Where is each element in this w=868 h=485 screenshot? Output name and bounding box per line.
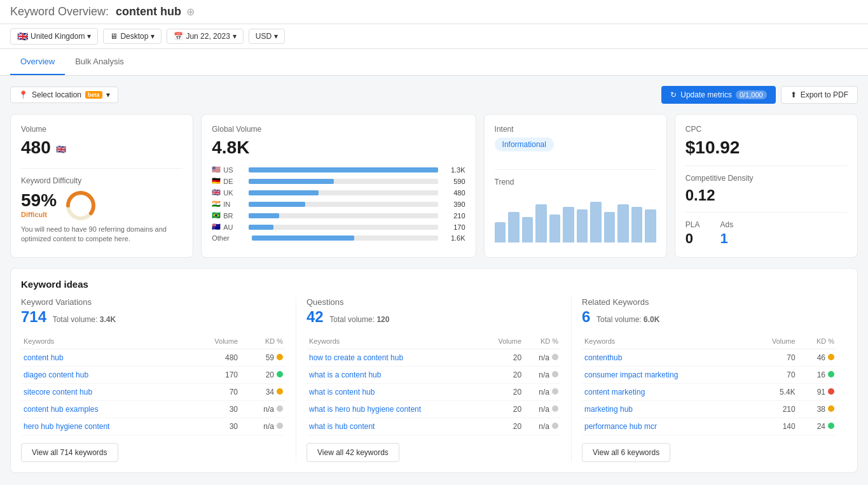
trend-bar-11: [631, 207, 643, 243]
date-label: Jun 22, 2023: [186, 32, 230, 41]
table-row: marketing hub 210 38: [582, 401, 837, 418]
currency-label: USD: [256, 32, 272, 41]
update-metrics-button[interactable]: ↻ Update metrics 0/1,000: [661, 86, 775, 104]
calendar-icon: 📅: [174, 32, 183, 41]
variations-total: Total volume: 3.4K: [53, 315, 116, 324]
kd-dot: [277, 371, 283, 377]
device-dropdown[interactable]: 🖥 Desktop ▾: [103, 29, 162, 44]
bar-row-br: 🇧🇷BR 210: [212, 211, 465, 220]
kd-dot: [277, 423, 283, 429]
pla-value: 0: [685, 230, 700, 247]
bar-row-uk: 🇬🇧UK 480: [212, 188, 465, 197]
bar-row-de: 🇩🇪DE 590: [212, 177, 465, 185]
kd-dot: [277, 388, 283, 395]
variations-title: Keyword Variations: [21, 297, 286, 307]
kd-dot: [828, 388, 834, 395]
ideas-grid: Keyword Variations 714 Total volume: 3.4…: [21, 297, 847, 462]
kw-link[interactable]: content marketing: [584, 388, 645, 397]
dropdown-arrow: ▾: [274, 32, 278, 41]
ads-item: Ads 1: [720, 220, 733, 247]
table-row: performance hub mcr 140 24: [582, 418, 837, 435]
trend-chart: [495, 192, 656, 243]
col-volume: Volume: [188, 334, 240, 349]
volume-card: Volume 480 🇬🇧 Keyword Difficulty 59% Dif…: [10, 114, 193, 258]
table-row: content marketing 5.4K 91: [582, 384, 837, 401]
action-buttons: ↻ Update metrics 0/1,000 ⬆ Export to PDF: [661, 86, 858, 104]
country-label: United Kingdom: [31, 32, 85, 41]
col-kd: KD %: [524, 334, 561, 349]
kw-link[interactable]: what is hub content: [309, 422, 375, 431]
related-count: 6: [582, 308, 590, 325]
questions-count: 42: [307, 308, 324, 325]
kw-link[interactable]: how to create a content hub: [309, 353, 403, 362]
table-row: hero hub hygiene content 30 n/a: [21, 418, 286, 435]
kd-dot: [552, 423, 558, 429]
view-all-related-button[interactable]: View all 6 keywords: [582, 443, 670, 462]
global-volume-card: Global Volume 4.8K 🇺🇸US 1.3K 🇩🇪DE 590 🇬🇧…: [201, 114, 476, 258]
kw-link[interactable]: content hub: [24, 353, 64, 362]
kw-link[interactable]: diageo content hub: [24, 370, 88, 379]
kd-description: You will need to have 90 referring domai…: [21, 225, 183, 244]
col-volume: Volume: [750, 334, 798, 349]
col-keyword: Keywords: [582, 334, 750, 349]
related-table: Keywords Volume KD % contenthub 70 46 co…: [582, 334, 837, 435]
kw-link[interactable]: sitecore content hub: [24, 388, 92, 397]
comp-density-label: Competitive Density: [685, 174, 847, 183]
kd-label: Keyword Difficulty: [21, 176, 81, 185]
pla-ads-row: PLA 0 Ads 1: [685, 220, 847, 247]
view-all-variations-button[interactable]: View all 714 keywords: [21, 443, 118, 462]
kw-link[interactable]: what is content hub: [309, 388, 375, 397]
table-row: diageo content hub 170 20: [21, 367, 286, 384]
kw-link[interactable]: what is hero hub hygiene content: [309, 405, 421, 414]
kd-value: 59%: [21, 190, 57, 211]
questions-title: Questions: [307, 297, 561, 307]
tab-bulk-analysis[interactable]: Bulk Analysis: [65, 49, 134, 75]
intent-label: Intent: [495, 125, 656, 134]
kd-difficulty-label: Difficult: [21, 211, 57, 218]
bar-row-us: 🇺🇸US 1.3K: [212, 165, 465, 174]
kd-section-label: Keyword Difficulty: [21, 176, 183, 185]
kd-dot: [552, 371, 558, 377]
dropdown-arrow: ▾: [106, 90, 110, 99]
volume-value: 480: [21, 137, 51, 158]
keyword-ideas-title: Keyword ideas: [21, 279, 847, 290]
kw-link[interactable]: contenthub: [584, 353, 622, 362]
kw-link[interactable]: performance hub mcr: [584, 422, 657, 431]
table-row: what is content hub 20 n/a: [307, 384, 561, 401]
cpc-card: CPC $10.92 Competitive Density 0.12 PLA …: [675, 114, 858, 258]
date-dropdown[interactable]: 📅 Jun 22, 2023 ▾: [167, 29, 243, 44]
country-dropdown[interactable]: 🇬🇧 United Kingdom ▾: [10, 28, 98, 45]
trend-bar-2: [508, 212, 520, 243]
variations-count: 714: [21, 308, 46, 325]
kw-link[interactable]: what is a content hub: [309, 370, 381, 379]
device-label: Desktop: [120, 32, 148, 41]
export-pdf-button[interactable]: ⬆ Export to PDF: [781, 86, 858, 104]
pla-item: PLA 0: [685, 220, 700, 247]
kw-link[interactable]: content hub examples: [24, 405, 98, 414]
trend-bar-7: [577, 209, 588, 243]
view-all-questions-button[interactable]: View all 42 keywords: [307, 443, 399, 462]
table-row: content hub examples 30 n/a: [21, 401, 286, 418]
tab-bar: Overview Bulk Analysis: [0, 49, 868, 76]
col-keyword: Keywords: [307, 334, 481, 349]
location-select[interactable]: 📍 Select location beta ▾: [10, 87, 118, 103]
bar-row-au: 🇦🇺AU 170: [212, 223, 465, 231]
kd-dot: [552, 405, 558, 412]
table-row: consumer impact marketing 70 16: [582, 367, 837, 384]
dropdown-arrow: ▾: [151, 32, 155, 41]
keyword-ideas-section: Keyword ideas Keyword Variations 714 Tot…: [10, 268, 858, 473]
kd-circle: [64, 189, 97, 222]
kw-link[interactable]: hero hub hygiene content: [24, 422, 109, 431]
kw-link[interactable]: marketing hub: [584, 405, 633, 414]
pla-label: PLA: [685, 220, 700, 229]
kw-link[interactable]: consumer impact marketing: [584, 370, 678, 379]
tab-overview[interactable]: Overview: [10, 49, 65, 75]
ads-label: Ads: [720, 220, 733, 229]
ads-value: 1: [720, 230, 733, 247]
trend-bar-10: [617, 204, 629, 243]
trend-label: Trend: [495, 178, 656, 186]
currency-dropdown[interactable]: USD ▾: [249, 29, 285, 44]
kd-dot: [277, 354, 283, 360]
add-keyword-icon[interactable]: ⊕: [186, 6, 195, 18]
kd-dot: [552, 388, 558, 395]
